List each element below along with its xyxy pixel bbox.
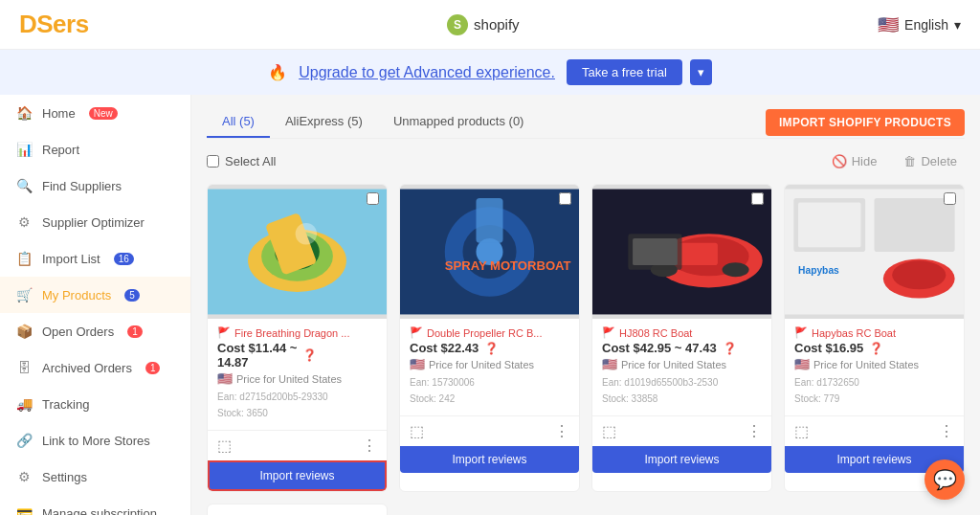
product-checkbox-3[interactable]: [751, 192, 764, 205]
aliexpress-flag-2: 🚩: [410, 326, 423, 339]
sidebar-item-manage-subscription[interactable]: 💳Manage subscription: [0, 495, 190, 515]
tab-aliexpress[interactable]: AliExpress (5): [270, 106, 378, 138]
toolbar: Select All 🚫 Hide 🗑 Delete: [207, 150, 965, 172]
product-actions-4: ⬚ ⋮: [785, 415, 964, 446]
select-all-label[interactable]: Select All: [207, 154, 276, 168]
product-card-3: 🚩 HJ808 RC Boat Cost $42.95 ~ 47.43 ❓ 🇺🇸…: [591, 184, 772, 492]
sidebar-item-open-orders[interactable]: 📦Open Orders1: [0, 313, 190, 349]
product-stock-2: Stock: 242: [410, 393, 569, 404]
import-shopify-button[interactable]: IMPORT SHOPIFY PRODUCTS: [766, 109, 965, 136]
push-icon-3[interactable]: ⬚: [602, 422, 616, 440]
help-icon-2[interactable]: ❓: [484, 342, 499, 355]
product-card-2: SPRAY MOTORBOAT 🚩 Double Propeller RC B.…: [399, 184, 580, 492]
sidebar-item-settings[interactable]: ⚙Settings: [0, 459, 190, 495]
push-icon-4[interactable]: ⬚: [794, 422, 809, 440]
sidebar-item-report[interactable]: 📊Report: [0, 131, 190, 168]
badge-import-list: 16: [114, 253, 134, 265]
product-source-2: 🚩 Double Propeller RC B...: [410, 326, 569, 339]
help-icon-3[interactable]: ❓: [723, 342, 737, 355]
partial-card-5: [207, 504, 388, 515]
content-area: All (5) AliExpress (5) Unmapped products…: [191, 95, 980, 515]
product-checkbox-4[interactable]: [944, 192, 956, 205]
svg-rect-22: [798, 203, 860, 248]
import-reviews-button-1[interactable]: Import reviews: [208, 460, 387, 491]
product-card-1: 🚩 Fire Breathing Dragon ... Cost $11.44 …: [207, 184, 388, 492]
import-reviews-button-2[interactable]: Import reviews: [400, 446, 579, 473]
svg-text:Hapybas: Hapybas: [798, 265, 839, 276]
trial-button[interactable]: Take a free trial: [567, 59, 682, 85]
product-source-3: 🚩 HJ808 RC Boat: [602, 326, 762, 339]
product-stock-1: Stock: 3650: [217, 408, 377, 418]
sidebar-item-link-stores[interactable]: 🔗Link to More Stores: [0, 422, 190, 459]
import-reviews-button-3[interactable]: Import reviews: [592, 446, 771, 473]
us-flag-3: 🇺🇸: [602, 357, 617, 371]
aliexpress-flag-3: 🚩: [602, 326, 615, 339]
product-card-4: Hapybas 🚩 Hapybas RC Boat Cost $16.95 ❓ …: [784, 184, 965, 492]
sidebar-label-my-products: My Products: [42, 288, 111, 302]
us-flag-1: 🇺🇸: [217, 371, 233, 386]
shopify-icon: S: [447, 14, 468, 35]
report-icon: 📊: [15, 141, 33, 158]
more-icon-3[interactable]: ⋮: [746, 422, 762, 440]
lang-label: English: [904, 17, 948, 33]
badge-open-orders: 1: [127, 325, 143, 338]
select-all-checkbox[interactable]: [207, 155, 219, 168]
push-icon-2[interactable]: ⬚: [410, 422, 424, 440]
badge-my-products: 5: [124, 289, 140, 302]
main-layout: 🏠HomeNew📊Report🔍Find Suppliers⚙Supplier …: [0, 95, 980, 515]
product-image-1: [208, 185, 387, 319]
sidebar: 🏠HomeNew📊Report🔍Find Suppliers⚙Supplier …: [0, 95, 191, 515]
sidebar-item-find-suppliers[interactable]: 🔍Find Suppliers: [0, 168, 190, 204]
price-region-1: 🇺🇸 Price for United States: [217, 371, 377, 386]
promo-link[interactable]: Upgrade to get Advanced experience.: [299, 64, 555, 81]
flag-icon: 🇺🇸: [878, 14, 899, 35]
product-source-4: 🚩 Hapybas RC Boat: [794, 326, 954, 339]
product-meta-3: Ean: d1019d65500b3-2530: [602, 377, 762, 388]
products-grid: 🚩 Fire Breathing Dragon ... Cost $11.44 …: [207, 184, 965, 492]
tab-unmapped[interactable]: Unmapped products (0): [378, 106, 540, 138]
help-icon-4[interactable]: ❓: [869, 342, 883, 355]
product-checkbox-1[interactable]: [367, 192, 379, 205]
sidebar-label-open-orders: Open Orders: [42, 325, 114, 339]
aliexpress-flag-4: 🚩: [794, 326, 808, 339]
language-selector[interactable]: 🇺🇸 English ▾: [878, 14, 961, 35]
more-icon-1[interactable]: ⋮: [362, 437, 377, 455]
trash-icon: 🗑: [903, 154, 916, 168]
price-region-3: 🇺🇸 Price for United States: [602, 357, 762, 371]
help-icon-1[interactable]: ❓: [302, 348, 317, 362]
trial-dropdown-button[interactable]: ▾: [690, 59, 712, 85]
product-info-2: 🚩 Double Propeller RC B... Cost $22.43 ❓…: [400, 319, 579, 412]
sidebar-label-tracking: Tracking: [42, 397, 89, 412]
sidebar-item-home[interactable]: 🏠HomeNew: [0, 95, 190, 131]
sidebar-item-import-list[interactable]: 📋Import List16: [0, 240, 190, 277]
product-info-3: 🚩 HJ808 RC Boat Cost $42.95 ~ 47.43 ❓ 🇺🇸…: [592, 319, 771, 412]
push-icon-1[interactable]: ⬚: [217, 437, 232, 455]
tab-all[interactable]: All (5): [207, 106, 270, 138]
tracking-icon: 🚚: [15, 395, 33, 413]
open-orders-icon: 📦: [15, 323, 33, 340]
delete-button[interactable]: 🗑 Delete: [896, 150, 965, 172]
price-region-4: 🇺🇸 Price for United States: [794, 357, 954, 371]
svg-rect-19: [633, 238, 678, 265]
product-meta-4: Ean: d1732650: [794, 377, 954, 388]
product-cost-2: Cost $22.43 ❓: [410, 341, 569, 355]
sidebar-item-supplier-optimizer[interactable]: ⚙Supplier Optimizer: [0, 204, 190, 240]
product-source-1: 🚩 Fire Breathing Dragon ...: [217, 326, 377, 339]
chat-bubble[interactable]: 💬: [924, 459, 965, 500]
aliexpress-flag-1: 🚩: [217, 326, 231, 339]
sidebar-label-archived-orders: Archived Orders: [42, 361, 132, 375]
more-icon-4[interactable]: ⋮: [939, 422, 954, 440]
sidebar-label-find-suppliers: Find Suppliers: [42, 179, 122, 193]
settings-icon: ⚙: [15, 468, 33, 485]
sidebar-item-archived-orders[interactable]: 🗄Archived Orders1: [0, 349, 190, 386]
fire-icon: 🔥: [268, 63, 287, 81]
product-checkbox-2[interactable]: [559, 192, 571, 205]
product-image-4: Hapybas: [785, 185, 964, 319]
sidebar-item-my-products[interactable]: 🛒My Products5: [0, 277, 190, 313]
import-list-icon: 📋: [15, 250, 33, 267]
sidebar-item-tracking[interactable]: 🚚Tracking: [0, 386, 190, 422]
hide-button[interactable]: 🚫 Hide: [824, 150, 885, 172]
more-icon-2[interactable]: ⋮: [554, 422, 569, 440]
product-info-1: 🚩 Fire Breathing Dragon ... Cost $11.44 …: [208, 319, 387, 426]
shopify-label: shopify: [474, 16, 520, 33]
